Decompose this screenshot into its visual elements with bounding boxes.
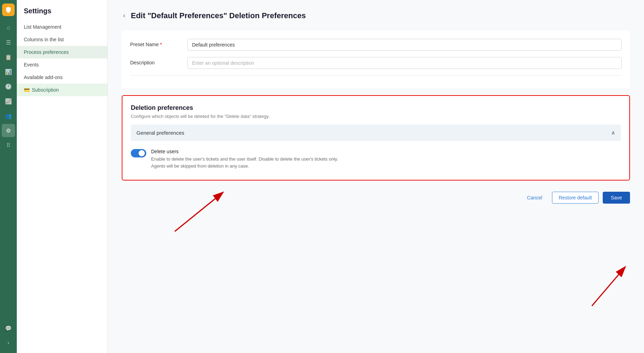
icon-bar: ⌂ ☰ 📋 📊 🕐 📈 👥 ⚙ ⠿ 💬 ›: [0, 0, 17, 353]
toggle-slider: [131, 149, 146, 157]
description-row: Description: [130, 57, 622, 69]
deletion-card-subtitle: Configure which objects will be deleted …: [131, 114, 621, 119]
sidebar-item-process-preferences[interactable]: Process preferences: [17, 46, 107, 58]
description-label: Description: [130, 57, 179, 65]
sidebar: Settings List Management Columns in the …: [17, 0, 108, 353]
clock-icon[interactable]: 🕐: [2, 80, 15, 93]
toggle-desc-line1: Enable to delete the user's tickets and …: [151, 156, 338, 163]
sidebar-item-addons[interactable]: Available add-ons: [17, 71, 107, 84]
page-header: ‹ Edit "Default Preferences" Deletion Pr…: [122, 10, 630, 21]
preset-name-label: Preset Name *: [130, 39, 179, 47]
sidebar-item-columns[interactable]: Columns in the list: [17, 33, 107, 46]
preset-name-row: Preset Name *: [130, 39, 622, 51]
chat-icon[interactable]: 💬: [2, 322, 15, 335]
toggle-info: Delete users Enable to delete the user's…: [151, 149, 338, 169]
description-input[interactable]: [187, 57, 622, 69]
chart-icon[interactable]: 📊: [2, 65, 15, 78]
delete-users-row: Delete users Enable to delete the user's…: [131, 147, 621, 171]
restore-default-button[interactable]: Restore default: [552, 192, 599, 204]
sidebar-item-list-management[interactable]: List Management: [17, 21, 107, 33]
toggle-title: Delete users: [151, 149, 338, 154]
main-content: ‹ Edit "Default Preferences" Deletion Pr…: [108, 0, 644, 353]
svg-line-3: [592, 267, 625, 306]
accordion-label: General preferences: [136, 130, 184, 136]
sidebar-title: Settings: [17, 7, 107, 21]
footer-actions: Cancel Restore default Save: [122, 189, 630, 211]
delete-users-toggle[interactable]: [131, 149, 146, 157]
sidebar-item-subscription[interactable]: 💳Subscription: [17, 84, 107, 96]
required-asterisk: *: [160, 42, 162, 47]
analytics-icon[interactable]: 📈: [2, 94, 15, 108]
clipboard-icon[interactable]: 📋: [2, 50, 15, 64]
expand-icon[interactable]: ›: [2, 336, 15, 350]
settings-icon[interactable]: ⚙: [2, 124, 15, 137]
deletion-preferences-card: Deletion preferences Configure which obj…: [122, 95, 630, 181]
back-button[interactable]: ‹: [122, 10, 127, 21]
general-preferences-accordion[interactable]: General preferences ∧: [131, 125, 621, 141]
app-logo: [2, 3, 15, 16]
sidebar-item-events[interactable]: Events: [17, 58, 107, 71]
page-title: Edit "Default Preferences" Deletion Pref…: [131, 11, 306, 20]
preset-name-input[interactable]: [187, 39, 622, 51]
home-icon[interactable]: ⌂: [2, 21, 15, 34]
users-icon[interactable]: 👥: [2, 109, 15, 122]
form-section: Preset Name * Description: [122, 30, 630, 88]
menu-icon[interactable]: ☰: [2, 36, 15, 49]
chevron-up-icon: ∧: [611, 129, 615, 136]
form-divider: [130, 75, 622, 76]
cancel-button[interactable]: Cancel: [522, 192, 548, 203]
save-button[interactable]: Save: [603, 192, 630, 204]
deletion-card-title: Deletion preferences: [131, 104, 621, 112]
toggle-desc-line2: Agents will be skipped from deletion in …: [151, 163, 338, 170]
grid-icon[interactable]: ⠿: [2, 139, 15, 152]
